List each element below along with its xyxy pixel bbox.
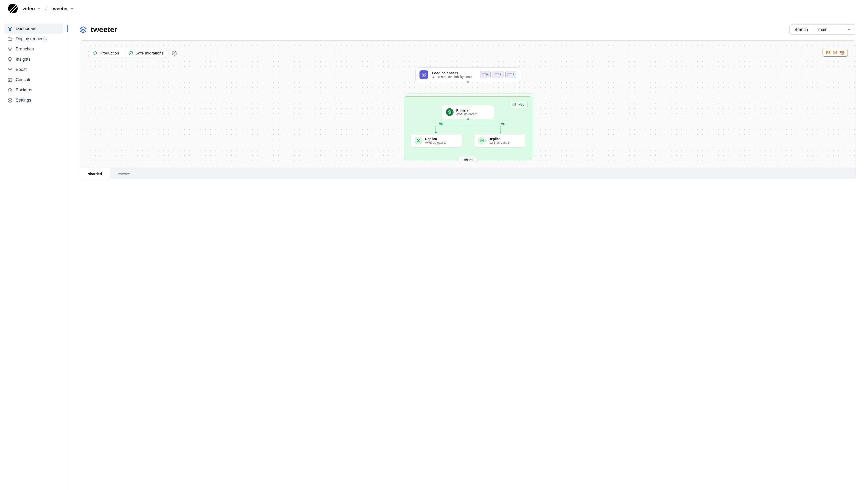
clock-icon [8, 88, 12, 93]
svg-marker-17 [417, 139, 420, 140]
sidebar-item-branches[interactable]: Branches [4, 44, 63, 54]
production-chip[interactable]: Production [88, 49, 124, 58]
logo[interactable] [8, 4, 18, 13]
main-content: tweeter Branch main Production [68, 18, 868, 490]
replica-node-card[interactable]: Replica AWS us-east-2 [411, 134, 462, 148]
sidebar-item-backups[interactable]: Backups [4, 85, 63, 95]
sidebar-item-label: Dashboard [16, 26, 37, 31]
footer-tab-tweeter[interactable]: tweeter [110, 168, 856, 179]
load-balancer-subtitle: 3 across 3 availability zones [432, 75, 473, 79]
chip-group: Production Safe migrations [88, 49, 168, 58]
sidebar-item-label: Backups [16, 88, 32, 93]
shard-stack: -80 Primary AWS us-east-2 [404, 96, 532, 160]
shard-card[interactable]: -80 Primary AWS us-east-2 [404, 96, 532, 160]
page-title: tweeter [91, 25, 117, 34]
replica-latency: 0s [501, 122, 505, 125]
branches-icon [8, 47, 12, 52]
sidebar-item-boost[interactable]: Boost [4, 64, 63, 75]
shard-range-label: -80 [518, 102, 524, 106]
branch-picker-value: main [818, 27, 828, 32]
svg-point-10 [174, 53, 175, 54]
breadcrumb-org[interactable]: video [22, 6, 40, 11]
chevron-down-icon [847, 28, 850, 31]
sidebar-item-dashboard[interactable]: Dashboard [4, 24, 63, 34]
status-chips: Production Safe migrations [88, 49, 848, 58]
breadcrumb-separator: / [45, 6, 46, 11]
gear-icon [840, 51, 844, 55]
chevron-down-icon [37, 7, 40, 10]
sidebar-item-label: Console [16, 77, 31, 82]
svg-point-1 [8, 47, 9, 48]
svg-rect-5 [8, 78, 12, 81]
svg-point-2 [11, 47, 11, 48]
sidebar-item-deploy-requests[interactable]: Deploy requests [4, 34, 63, 44]
replica-node-icon [478, 137, 486, 144]
replica-node-region: AWS us-east-2 [425, 141, 446, 144]
sidebar-item-label: Insights [16, 57, 30, 62]
sidebar-item-label: Settings [16, 98, 31, 103]
gear-icon [8, 98, 12, 103]
chevron-down-icon [70, 7, 74, 10]
replica-node-text: Replica AWS us-east-2 [425, 137, 446, 144]
safe-migrations-chip-label: Safe migrations [135, 51, 163, 56]
sidebar-item-label: Branches [16, 46, 34, 52]
breadcrumb-db[interactable]: tweeter [52, 6, 74, 11]
page-header: tweeter Branch main [80, 25, 856, 35]
bulb-icon [8, 57, 12, 62]
breadcrumb-org-label: video [22, 6, 35, 11]
shard-range-badge[interactable]: -80 [509, 101, 528, 108]
replica-node-card[interactable]: Replica AWS us-east-2 [474, 134, 525, 148]
primary-node-card[interactable]: Primary AWS us-east-2 [442, 105, 494, 119]
sidebar-item-settings[interactable]: Settings [4, 95, 63, 105]
settings-gear-button[interactable] [172, 51, 177, 56]
load-balancer-card[interactable]: Load balancers 3 across 3 availability z… [415, 67, 520, 82]
gauge-icon [8, 67, 12, 72]
breadcrumb-db-label: tweeter [52, 6, 68, 11]
replica-node-title: Replica [489, 137, 509, 141]
svg-rect-14 [424, 75, 426, 76]
replica-connectors: 0s 0s [411, 119, 525, 134]
lb-zone-indicator [493, 71, 503, 78]
svg-rect-12 [422, 73, 426, 74]
load-balancer-zones [480, 71, 516, 78]
svg-marker-16 [448, 110, 451, 112]
svg-point-9 [129, 52, 133, 55]
page-title-wrap: tweeter [80, 25, 117, 34]
svg-marker-0 [8, 27, 12, 29]
sidebar-item-label: Deploy requests [16, 36, 46, 41]
load-balancer-icon [420, 70, 428, 79]
cluster-tier-label: PS-10 [826, 51, 838, 55]
svg-marker-8 [81, 27, 86, 30]
production-chip-label: Production [100, 51, 119, 56]
layers-icon [8, 26, 12, 31]
primary-node-icon [446, 108, 454, 116]
svg-point-7 [9, 100, 11, 101]
footer-tab-sharded[interactable]: sharded [80, 168, 110, 179]
topology-canvas: Production Safe migrations PS-10 [80, 40, 856, 179]
cloud-icon [8, 37, 12, 41]
safe-migrations-chip[interactable]: Safe migrations [124, 49, 168, 58]
svg-point-3 [9, 50, 10, 51]
shield-icon [93, 51, 97, 56]
sidebar-item-console[interactable]: Console [4, 75, 63, 85]
branch-picker: Branch main [789, 25, 856, 35]
replica-node-region: AWS us-east-2 [489, 141, 509, 144]
load-balancer-title: Load balancers [432, 71, 473, 75]
svg-rect-13 [422, 75, 424, 76]
cube-icon [512, 102, 516, 106]
svg-point-11 [842, 52, 843, 53]
replica-node-icon [415, 137, 422, 144]
primary-node-region: AWS us-east-2 [456, 112, 477, 116]
shard-count-badge: 2 shards [458, 157, 478, 163]
cluster-tier-badge[interactable]: PS-10 [823, 49, 848, 57]
branch-picker-select[interactable]: main [813, 25, 856, 34]
topbar: video / tweeter [0, 0, 868, 18]
sidebar-item-label: Boost [16, 67, 27, 72]
database-layers-icon [80, 26, 87, 33]
sidebar-item-insights[interactable]: Insights [4, 54, 63, 64]
sidebar: Dashboard Deploy requests Branches Insig… [0, 18, 68, 490]
lb-zone-indicator [480, 71, 491, 78]
replica-node-text: Replica AWS us-east-2 [489, 137, 509, 144]
footer-tabs: sharded tweeter [80, 168, 856, 179]
load-balancer-text: Load balancers 3 across 3 availability z… [432, 71, 473, 79]
